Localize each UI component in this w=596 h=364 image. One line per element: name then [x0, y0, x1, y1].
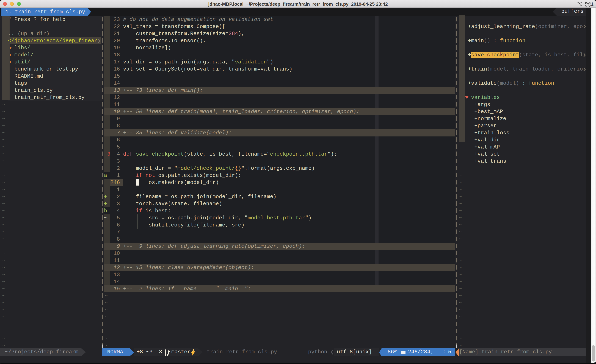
- svg-text:1: 1: [591, 1, 594, 7]
